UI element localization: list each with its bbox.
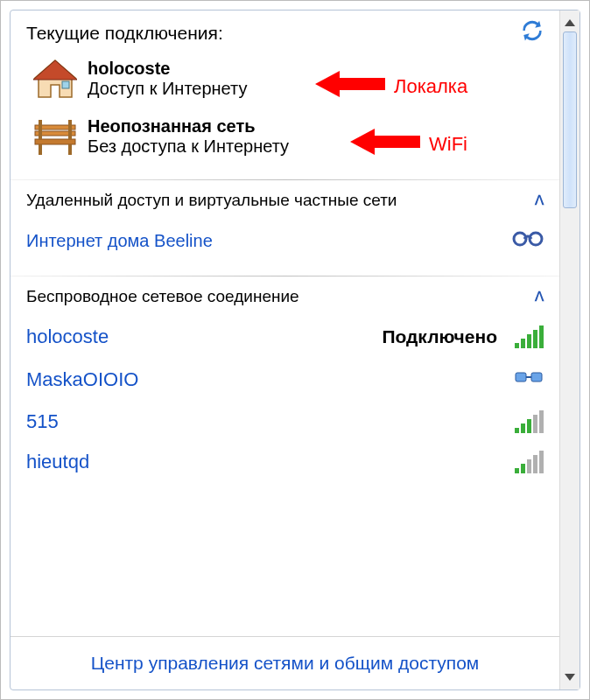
vpn-group-title: Удаленный доступ и виртуальные частные с…: [26, 191, 397, 210]
wifi-name: hieutqd: [26, 451, 89, 473]
connection-name: Неопознанная сеть: [88, 116, 289, 136]
wifi-network-item[interactable]: holocoste Подключено: [11, 317, 559, 357]
current-connections-section: Текущие подключения: holocoste Доступ к …: [11, 10, 559, 171]
wifi-name: MaskaOIOIO: [26, 368, 138, 391]
adhoc-network-icon: [514, 366, 544, 393]
signal-strength-icon: [513, 451, 544, 473]
network-center-link[interactable]: Центр управления сетями и общим доступом: [11, 636, 559, 690]
annotation-arrow: Локалка: [315, 71, 467, 102]
scroll-thumb[interactable]: [563, 32, 577, 208]
svg-marker-3: [315, 71, 385, 97]
wireless-group-title: Беспроводное сетевое соединение: [26, 287, 299, 306]
svg-rect-2: [62, 81, 69, 88]
svg-marker-11: [350, 129, 420, 155]
svg-rect-14: [516, 373, 526, 382]
svg-rect-7: [39, 144, 42, 155]
connection-status: Доступ к Интернету: [88, 79, 247, 99]
network-flyout: Текущие подключения: holocoste Доступ к …: [10, 10, 580, 690]
current-connections-title: Текущие подключения:: [26, 23, 223, 44]
connection-item[interactable]: Неопознанная сеть Без доступа к Интернет…: [26, 116, 544, 158]
chevron-up-icon: ᐱ: [535, 192, 544, 208]
wireless-group-header[interactable]: Беспроводное сетевое соединение ᐱ: [11, 276, 559, 317]
bench-icon: [32, 116, 79, 158]
svg-point-13: [530, 233, 542, 245]
svg-rect-10: [68, 120, 72, 139]
vpn-connection-icon: [512, 228, 544, 255]
wifi-network-item[interactable]: MaskaOIOIO: [11, 357, 559, 402]
refresh-icon[interactable]: [521, 19, 544, 46]
connection-status: Без доступа к Интернету: [88, 136, 289, 157]
connection-text: Неопознанная сеть Без доступа к Интернет…: [88, 116, 289, 157]
annotation-arrow: WiFi: [350, 129, 467, 159]
window-frame: Текущие подключения: holocoste Доступ к …: [0, 0, 590, 700]
vpn-item-label: Интернет дома Beeline: [26, 231, 213, 251]
svg-point-12: [514, 233, 526, 245]
arrow-left-icon: [350, 129, 420, 159]
vpn-item[interactable]: Интернет дома Beeline: [11, 220, 559, 267]
scroll-down-button[interactable]: [565, 674, 575, 681]
svg-marker-1: [33, 60, 77, 80]
signal-strength-icon: [513, 326, 544, 348]
wifi-connected-label: Подключено: [382, 326, 497, 347]
content: Текущие подключения: holocoste Доступ к …: [11, 10, 559, 690]
scroll-up-button[interactable]: [565, 19, 575, 26]
connection-name: holocoste: [88, 59, 247, 79]
svg-rect-8: [68, 144, 72, 155]
vpn-group-header[interactable]: Удаленный доступ и виртуальные частные с…: [11, 180, 559, 220]
house-icon: [32, 59, 79, 101]
wifi-network-item[interactable]: hieutqd: [11, 442, 559, 482]
footer-link-label: Центр управления сетями и общим доступом: [91, 653, 480, 673]
svg-rect-9: [39, 120, 42, 139]
annotation-label: WiFi: [429, 133, 467, 156]
vertical-scrollbar[interactable]: [559, 10, 579, 690]
wifi-name: holocoste: [26, 326, 109, 348]
svg-rect-6: [35, 139, 75, 144]
wifi-network-item[interactable]: 515: [11, 402, 559, 442]
svg-rect-15: [531, 373, 542, 382]
annotation-label: Локалка: [394, 75, 467, 98]
arrow-left-icon: [315, 71, 385, 102]
connection-item[interactable]: holocoste Доступ к Интернету Локалка: [26, 59, 544, 101]
signal-strength-icon: [513, 410, 544, 433]
connection-text: holocoste Доступ к Интернету: [88, 59, 247, 99]
wifi-name: 515: [26, 410, 59, 433]
chevron-up-icon: ᐱ: [535, 289, 544, 304]
